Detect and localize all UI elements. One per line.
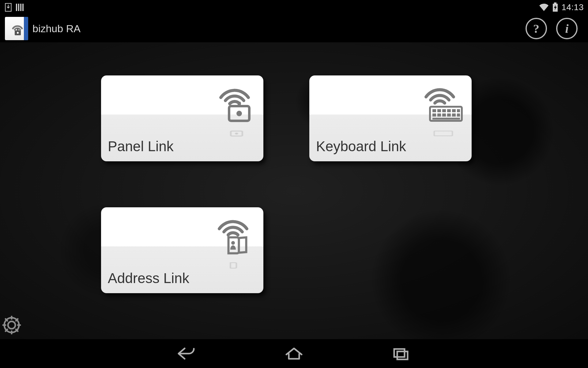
- battery-charging-icon: [552, 2, 558, 12]
- settings-button[interactable]: [1, 314, 23, 337]
- svg-rect-26: [452, 113, 456, 117]
- svg-point-14: [235, 132, 238, 134]
- svg-rect-23: [437, 113, 441, 117]
- svg-rect-8: [17, 29, 18, 31]
- tile-label: Address Link: [108, 270, 189, 286]
- svg-rect-20: [452, 109, 456, 112]
- status-time: 14:13: [561, 2, 584, 12]
- svg-rect-34: [397, 351, 408, 359]
- help-button[interactable]: ?: [526, 18, 547, 39]
- svg-rect-28: [432, 118, 460, 120]
- navigation-bar: [0, 339, 588, 368]
- svg-point-30: [231, 241, 235, 245]
- svg-rect-16: [432, 109, 436, 112]
- svg-rect-24: [442, 113, 446, 117]
- panel-link-reflection: [210, 130, 256, 145]
- app-bar-actions: ? i: [526, 18, 583, 39]
- svg-point-32: [4, 318, 19, 332]
- back-button[interactable]: [176, 345, 198, 362]
- svg-rect-11: [238, 102, 241, 107]
- home-icon: [283, 345, 305, 362]
- device-frame: 14:13 bizhub RA ? i: [0, 0, 588, 368]
- app-logo-icon: [5, 17, 28, 40]
- address-link-icon: [210, 212, 256, 256]
- download-icon: [4, 3, 12, 12]
- svg-point-9: [17, 32, 19, 34]
- wifi-icon: [539, 3, 549, 12]
- address-link-reflection: [210, 262, 256, 277]
- tile-keyboard-link[interactable]: Keyboard Link: [309, 75, 472, 161]
- svg-rect-18: [442, 109, 446, 112]
- keyboard-link-icon: [415, 80, 464, 124]
- tile-label: Keyboard Link: [316, 138, 406, 155]
- keyboard-link-reflection: [415, 130, 464, 145]
- tile-address-link[interactable]: Address Link: [101, 207, 263, 293]
- recents-button[interactable]: [390, 345, 412, 362]
- svg-point-12: [236, 111, 242, 116]
- svg-rect-1: [16, 4, 17, 11]
- tile-panel-link[interactable]: Panel Link: [101, 75, 263, 161]
- recents-icon: [390, 345, 412, 362]
- tiles-grid: Panel Link: [101, 75, 472, 293]
- status-left: [4, 3, 24, 12]
- panel-link-icon: [210, 80, 256, 124]
- tile-label: Panel Link: [108, 138, 174, 155]
- home-button[interactable]: [283, 345, 305, 362]
- svg-rect-17: [437, 109, 441, 112]
- info-button[interactable]: i: [556, 18, 578, 39]
- app-bar: bizhub RA ? i: [0, 15, 588, 42]
- svg-rect-6: [554, 2, 556, 4]
- svg-rect-3: [20, 4, 21, 11]
- svg-rect-21: [457, 109, 460, 112]
- content-area: Panel Link: [0, 42, 588, 339]
- barcode-icon: [15, 3, 24, 12]
- app-title: bizhub RA: [32, 23, 81, 35]
- svg-rect-25: [447, 113, 451, 117]
- svg-rect-27: [457, 113, 460, 117]
- status-right: 14:13: [539, 2, 584, 12]
- gear-icon: [1, 314, 23, 336]
- svg-rect-22: [432, 113, 436, 117]
- svg-rect-19: [447, 109, 451, 112]
- back-icon: [176, 345, 198, 362]
- svg-point-31: [8, 321, 15, 329]
- svg-rect-4: [22, 4, 24, 11]
- status-bar: 14:13: [0, 0, 588, 15]
- svg-rect-29: [434, 131, 452, 136]
- svg-rect-2: [18, 4, 19, 11]
- svg-rect-33: [394, 349, 405, 357]
